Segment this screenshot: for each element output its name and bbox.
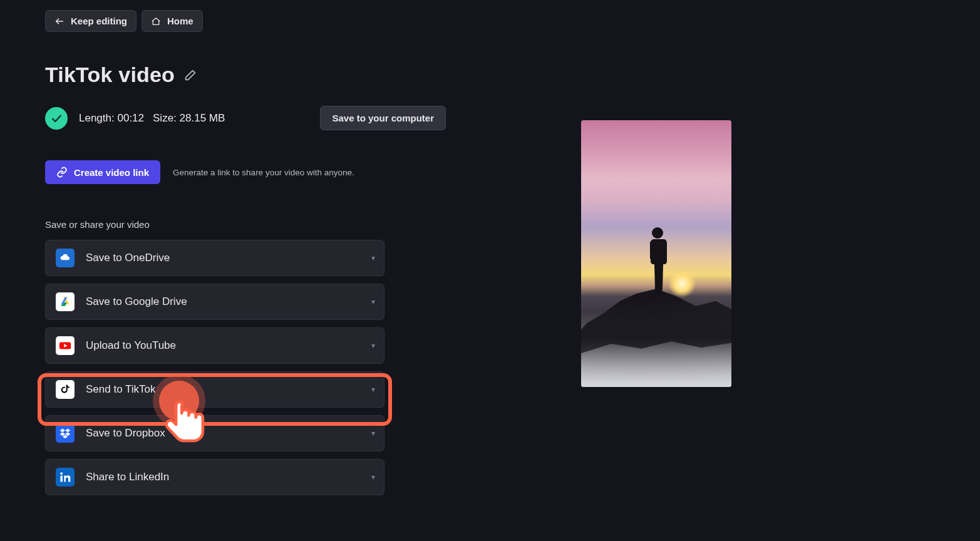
youtube-icon (56, 336, 75, 355)
tiktok-icon (56, 380, 75, 399)
link-icon (56, 167, 68, 178)
dropbox-icon (56, 424, 75, 443)
arrow-left-icon (54, 16, 64, 26)
section-label: Save or share your video (45, 219, 446, 230)
keep-editing-button[interactable]: Keep editing (45, 10, 137, 32)
page-title: TikTok video (45, 63, 175, 87)
person-silhouette (642, 224, 673, 299)
option-onedrive-label: Save to OneDrive (86, 252, 170, 264)
create-link-hint: Generate a link to share your video with… (173, 168, 354, 177)
chevron-down-icon: ▾ (371, 385, 375, 394)
chevron-down-icon: ▾ (371, 341, 375, 350)
link-row: Create video link Generate a link to sha… (45, 160, 446, 184)
meta-row: Length: 00:12 Size: 28.15 MB Save to you… (45, 106, 446, 130)
keep-editing-label: Keep editing (71, 16, 127, 26)
length-text: Length: 00:12 (79, 112, 144, 125)
chevron-down-icon: ▾ (371, 429, 375, 438)
option-dropbox[interactable]: Save to Dropbox ▾ (45, 415, 384, 451)
share-options-list: Save to OneDrive ▾ Save to Google Drive … (45, 240, 384, 495)
option-gdrive-label: Save to Google Drive (86, 296, 187, 308)
option-linkedin[interactable]: Share to LinkedIn ▾ (45, 459, 384, 495)
create-video-link-label: Create video link (74, 167, 149, 178)
meta-text: Length: 00:12 Size: 28.15 MB (79, 112, 225, 125)
size-text: Size: 28.15 MB (153, 112, 225, 125)
google-drive-icon (56, 292, 75, 311)
option-dropbox-label: Save to Dropbox (86, 427, 165, 440)
option-linkedin-label: Share to LinkedIn (86, 471, 169, 483)
home-icon (151, 16, 161, 26)
save-to-computer-button[interactable]: Save to your computer (320, 106, 446, 130)
chevron-down-icon: ▾ (371, 254, 375, 262)
option-tiktok[interactable]: Send to TikTok ▾ (45, 371, 384, 408)
video-thumbnail (581, 120, 731, 387)
onedrive-icon (56, 249, 75, 267)
success-check-icon (45, 107, 68, 130)
main-panel: TikTok video Length: 00:12 Size: 28.15 M… (45, 63, 446, 495)
option-onedrive[interactable]: Save to OneDrive ▾ (45, 240, 384, 276)
svg-point-7 (60, 472, 63, 475)
chevron-down-icon: ▾ (371, 297, 375, 306)
linkedin-icon (56, 468, 75, 487)
home-label: Home (167, 16, 193, 26)
home-button[interactable]: Home (142, 10, 203, 32)
title-row: TikTok video (45, 63, 446, 87)
pencil-icon[interactable] (183, 68, 197, 82)
topbar: Keep editing Home (45, 10, 203, 32)
svg-rect-6 (61, 476, 63, 482)
option-youtube[interactable]: Upload to YouTube ▾ (45, 327, 384, 364)
option-tiktok-label: Send to TikTok (86, 383, 156, 396)
option-youtube-label: Upload to YouTube (86, 339, 176, 352)
create-video-link-button[interactable]: Create video link (45, 160, 160, 184)
chevron-down-icon: ▾ (371, 473, 375, 482)
option-google-drive[interactable]: Save to Google Drive ▾ (45, 284, 384, 320)
